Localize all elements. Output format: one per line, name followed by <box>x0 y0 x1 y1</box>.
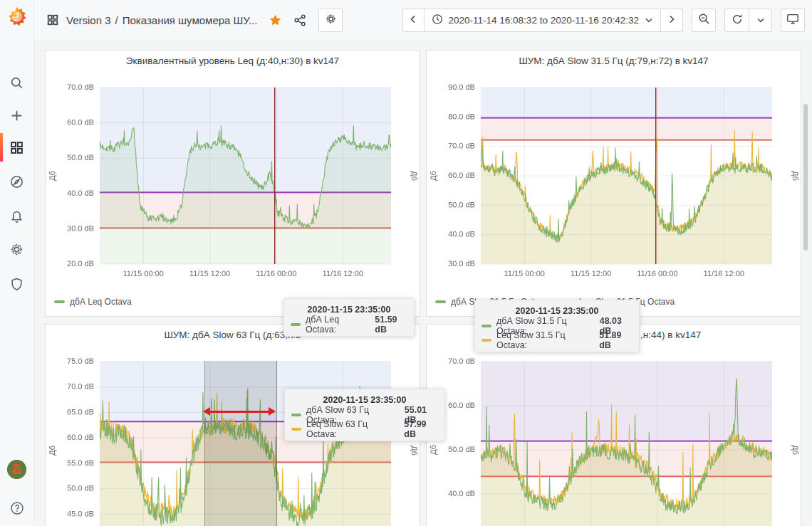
time-range-picker[interactable]: 2020-11-14 16:08:32 to 2020-11-16 20:42:… <box>425 9 661 32</box>
cycle-view-mode-button[interactable] <box>781 9 805 32</box>
tooltip-series-value: 51.89 dB <box>589 330 633 350</box>
time-selection-region <box>204 361 277 526</box>
tooltip-series-value: 51.59 dB <box>365 315 407 335</box>
graph-tooltip: 2020-11-15 23:35:00дбА Slow 63 Гц Octava… <box>284 389 445 441</box>
breadcrumb-dashboard-title[interactable]: Показания шумомера ШУ... <box>123 14 258 26</box>
time-shift-back-button[interactable] <box>402 9 425 32</box>
shield-icon <box>9 277 24 292</box>
tooltip-series-label: Leq Slow 63 Гц Octava: <box>306 419 394 439</box>
tooltip-series-row: Leq Slow 31.5 Гц Octava:51.89 dB <box>482 333 633 347</box>
time-controls: 2020-11-14 16:08:32 to 2020-11-16 20:42:… <box>394 9 805 32</box>
panel-title[interactable]: Эквивалентный уровень Leq (д:40,н:30) в … <box>46 51 420 70</box>
legend-item[interactable]: дбА Leq Octava <box>54 297 132 307</box>
sidebar-item-search[interactable] <box>0 67 33 98</box>
legend-series-dash <box>54 300 65 303</box>
user-avatar[interactable] <box>7 460 26 479</box>
timeseries-chart[interactable] <box>427 70 801 284</box>
timeseries-chart[interactable] <box>427 344 801 526</box>
breadcrumb-separator: / <box>115 14 118 26</box>
sidebar-item-alerting[interactable] <box>0 200 33 231</box>
panel-slow-31-5: ШУМ: дбА Slow 31.5 Гц (д:79,н:72) в kv14… <box>426 50 801 317</box>
tooltip-series-value: 57.99 dB <box>394 419 438 439</box>
tooltip-series-dash <box>291 414 301 416</box>
tv-icon <box>786 13 799 27</box>
sidebar-item-server-admin[interactable] <box>0 268 33 300</box>
sidebar <box>0 0 34 526</box>
search-icon <box>9 75 24 90</box>
chevron-right-icon <box>668 15 675 26</box>
legend-series-label: дбА Leq Octava <box>70 297 132 307</box>
refresh-interval-button[interactable] <box>749 9 772 32</box>
plus-icon <box>9 108 24 123</box>
graph-tooltip: 2020-11-15 23:35:00дбА Leq Octava:51.59 … <box>283 298 415 337</box>
zoom-out-icon <box>698 13 710 27</box>
tooltip-series-row: Leq Slow 63 Гц Octava:57.99 dB <box>291 422 438 436</box>
panel-leq: Эквивалентный уровень Leq (д:40,н:30) в … <box>45 50 420 317</box>
apps-grid-icon <box>9 140 24 155</box>
share-icon[interactable] <box>293 14 307 27</box>
panel-slow-other: ,н:44) в kv147 <box>426 324 801 526</box>
chevron-down-icon <box>756 15 765 26</box>
apps-grid-icon <box>46 14 59 26</box>
grafana-logo[interactable] <box>6 6 28 28</box>
sidebar-item-help[interactable] <box>0 493 33 524</box>
panel-title[interactable]: ШУМ: дбА Slow 31.5 Гц (д:79,н:72) в kv14… <box>427 51 801 70</box>
dashboard-settings-button[interactable] <box>318 9 343 32</box>
scrollbar-thumb[interactable] <box>803 104 808 251</box>
time-range-label: 2020-11-14 16:08:32 to 2020-11-16 20:42:… <box>449 15 639 26</box>
help-question-icon <box>9 500 25 516</box>
sidebar-item-configuration[interactable] <box>0 233 33 265</box>
clock-icon <box>432 14 443 27</box>
legend: дбА Leq Octava <box>54 284 132 307</box>
zoom-out-time-button[interactable] <box>692 9 716 32</box>
tooltip-series-dash <box>482 339 491 342</box>
refresh-button[interactable] <box>724 9 749 32</box>
legend-series-dash <box>435 300 446 303</box>
sidebar-item-dashboards[interactable] <box>0 132 33 163</box>
navbar: Version 3 / Показания шумомера ШУ... 202… <box>33 0 812 40</box>
chevron-down-icon <box>645 15 653 26</box>
tooltip-series-dash <box>291 428 301 431</box>
grafana-app: Version 3 / Показания шумомера ШУ... 202… <box>0 0 812 526</box>
sidebar-item-create[interactable] <box>0 100 33 131</box>
refresh-icon <box>732 14 743 27</box>
gear-icon <box>325 13 337 27</box>
graph-tooltip: 2020-11-15 23:35:00дбА Slow 31.5 Гц Octa… <box>474 300 640 352</box>
favorite-star-icon[interactable] <box>269 14 282 27</box>
tooltip-series-dash <box>291 323 301 326</box>
time-shift-forward-button[interactable] <box>661 9 683 32</box>
timeseries-chart[interactable] <box>46 70 420 284</box>
sidebar-item-explore[interactable] <box>0 166 33 197</box>
red-double-arrow-annotation <box>203 406 276 416</box>
compass-icon <box>9 174 24 189</box>
tooltip-series-label: Leq Slow 31.5 Гц Octava: <box>496 330 589 350</box>
tooltip-series-label: дбА Leq Octava: <box>306 315 365 335</box>
chevron-left-icon <box>410 15 417 26</box>
tooltip-series-row: дбА Leq Octava:51.59 dB <box>291 317 407 332</box>
bell-icon <box>9 209 24 223</box>
gear-icon <box>9 242 24 257</box>
breadcrumb-folder[interactable]: Version 3 <box>66 14 111 26</box>
tooltip-series-dash <box>482 325 491 327</box>
breadcrumb: Version 3 / Показания шумомера ШУ... <box>46 14 257 26</box>
